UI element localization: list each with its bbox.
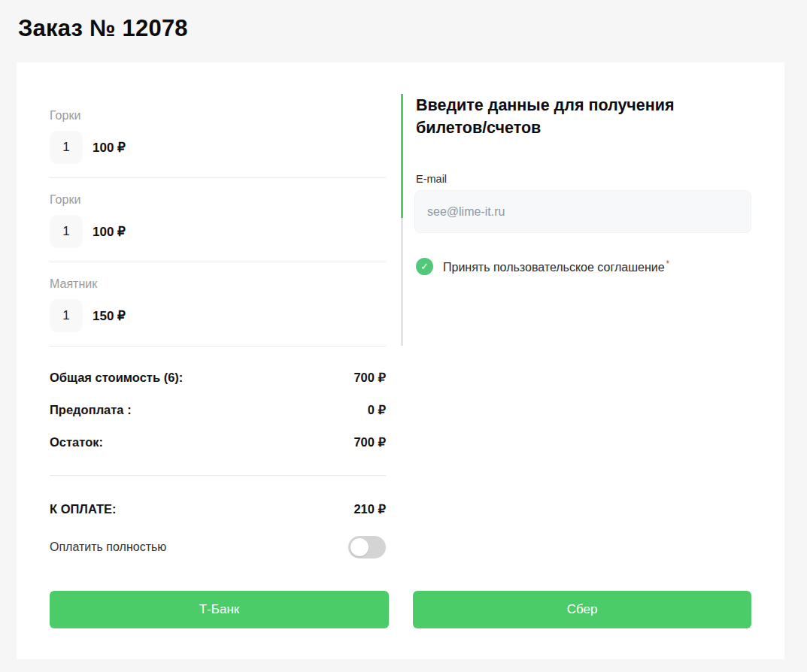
item-row: 1 100 ₽ <box>50 215 126 248</box>
item-price: 150 ₽ <box>93 308 126 324</box>
item-name: Маятник <box>50 277 97 291</box>
item-row: 1 150 ₽ <box>50 299 126 332</box>
due-value: 210 ₽ <box>353 502 386 516</box>
item-price: 100 ₽ <box>93 224 126 240</box>
divider <box>50 177 386 178</box>
agreement-checkbox-row[interactable]: ✓ Принять пользовательское соглашение* <box>416 258 669 275</box>
total-value: 700 ₽ <box>353 371 386 385</box>
divider <box>50 346 386 347</box>
total-label: Остаток: <box>50 435 103 450</box>
order-card: Горки 1 100 ₽ Горки 1 100 ₽ Маятник 1 15… <box>17 62 784 659</box>
pay-full-row: Оплатить полностью <box>50 536 386 558</box>
due-label: К ОПЛАТЕ: <box>50 502 117 516</box>
checkbox-checked-icon[interactable]: ✓ <box>416 258 433 275</box>
pay-full-toggle[interactable] <box>348 536 386 558</box>
column-divider <box>401 218 403 346</box>
column-accent-bar <box>401 94 403 218</box>
form-heading: Введите данные для получения билетов/сче… <box>416 94 732 139</box>
pay-full-label: Оплатить полностью <box>50 540 166 554</box>
item-price: 100 ₽ <box>93 140 126 156</box>
quantity-stepper[interactable]: 1 <box>50 131 83 164</box>
agreement-label-text: Принять пользовательское соглашение <box>443 261 665 274</box>
email-label: E-mail <box>416 173 447 185</box>
toggle-knob <box>350 538 369 556</box>
quantity-stepper[interactable]: 1 <box>50 299 83 332</box>
agreement-label: Принять пользовательское соглашение* <box>443 259 669 274</box>
total-value: 700 ₽ <box>353 435 386 450</box>
total-row: Предоплата : 0 ₽ <box>50 403 386 417</box>
tbank-button[interactable]: Т-Банк <box>50 591 389 628</box>
total-label: Предоплата : <box>50 403 132 417</box>
divider <box>50 262 386 262</box>
email-field[interactable] <box>414 190 751 233</box>
page-title: Заказ № 12078 <box>18 15 188 42</box>
total-row: Остаток: 700 ₽ <box>50 435 386 450</box>
item-row: 1 100 ₽ <box>50 131 126 164</box>
item-name: Горки <box>50 193 80 207</box>
sber-button[interactable]: Сбер <box>413 591 751 628</box>
total-value: 0 ₽ <box>368 403 386 417</box>
total-label: Общая стоимость (6): <box>50 371 183 385</box>
quantity-stepper[interactable]: 1 <box>50 215 83 248</box>
divider <box>50 475 386 476</box>
total-row: Общая стоимость (6): 700 ₽ <box>50 371 386 385</box>
required-asterisk: * <box>666 259 670 269</box>
item-name: Горки <box>50 109 80 123</box>
due-row: К ОПЛАТЕ: 210 ₽ <box>50 502 386 516</box>
